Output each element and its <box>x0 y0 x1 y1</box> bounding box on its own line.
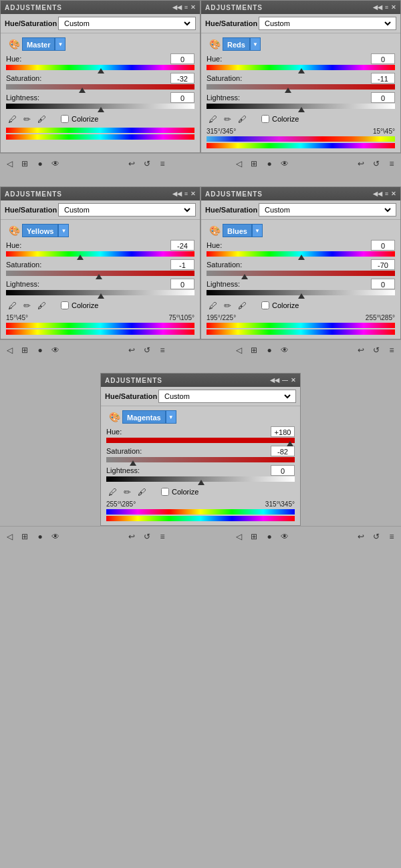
panel4-colorize-check[interactable]: Colorize <box>261 301 299 309</box>
panel4-light-value[interactable]: 0 <box>371 279 395 289</box>
toolbar2-reset[interactable]: ↩ <box>125 343 138 357</box>
panel3-sat-track[interactable] <box>6 271 194 277</box>
toolbar1-circle2[interactable]: ● <box>263 157 276 170</box>
toolbar2-grid2[interactable]: ⊞ <box>247 343 261 357</box>
toolbar2-eye[interactable]: 👁 <box>49 343 62 357</box>
toolbar3-refresh2[interactable]: ↺ <box>370 530 383 543</box>
panel5-channel-btn[interactable]: Magentas <box>122 410 166 424</box>
panel5-hue-track[interactable] <box>106 438 295 444</box>
panel2-sat-value[interactable]: -11 <box>371 73 395 84</box>
panel4-sat-thumb[interactable] <box>241 274 248 279</box>
toolbar2-circle2[interactable]: ● <box>263 343 276 357</box>
panel2-eyedropper1[interactable]: 🖊 <box>207 113 219 125</box>
panel2-sat-thumb[interactable] <box>285 88 291 93</box>
toolbar3-menu2[interactable]: ≡ <box>385 530 398 543</box>
panel5-light-thumb[interactable] <box>198 480 205 485</box>
panel2-colorize-checkbox[interactable] <box>261 115 269 123</box>
panel5-collapse[interactable]: ◀◀ <box>270 377 279 384</box>
panel5-colorize-checkbox[interactable] <box>161 488 169 496</box>
panel4-collapse[interactable]: ◀◀ <box>373 190 382 197</box>
toolbar3-grid[interactable]: ⊞ <box>18 530 31 543</box>
panel1-hue-value[interactable]: 0 <box>170 53 194 64</box>
panel2-channel-btn[interactable]: Reds <box>223 37 250 51</box>
panel3-preset-select[interactable]: Custom <box>61 205 192 214</box>
panel1-light-thumb[interactable] <box>98 107 104 112</box>
toolbar1-prev2[interactable]: ◁ <box>232 157 245 170</box>
panel1-menu[interactable]: ≡ <box>184 4 188 11</box>
panel4-preset-dropdown[interactable]: Custom <box>259 203 396 216</box>
panel3-colorize-checkbox[interactable] <box>61 301 69 309</box>
panel1-preset-select[interactable]: Custom <box>61 19 192 28</box>
toolbar2-reset2[interactable]: ↩ <box>354 343 368 357</box>
panel3-sat-thumb[interactable] <box>96 274 102 279</box>
toolbar3-refresh[interactable]: ↺ <box>140 530 154 543</box>
panel4-sat-track[interactable] <box>207 271 395 277</box>
panel2-preset-select[interactable]: Custom <box>262 19 393 28</box>
panel1-colorize-checkbox[interactable] <box>61 115 69 123</box>
toolbar3-prev[interactable]: ◁ <box>3 530 16 543</box>
toolbar1-refresh[interactable]: ↺ <box>140 157 154 170</box>
panel2-channel-arrow[interactable]: ▼ <box>250 37 261 51</box>
panel3-eyedropper3[interactable]: 🖋 <box>35 299 47 311</box>
panel5-hue-thumb[interactable] <box>287 441 293 446</box>
toolbar2-grid[interactable]: ⊞ <box>18 343 31 357</box>
toolbar3-eye[interactable]: 👁 <box>49 530 62 543</box>
toolbar3-grid2[interactable]: ⊞ <box>247 530 261 543</box>
panel3-eyedropper1[interactable]: 🖊 <box>6 299 18 311</box>
toolbar3-menu[interactable]: ≡ <box>156 530 169 543</box>
panel1-colorize-check[interactable]: Colorize <box>61 115 98 123</box>
panel4-colorize-checkbox[interactable] <box>261 301 269 309</box>
panel5-close[interactable]: ✕ <box>291 377 296 384</box>
panel5-sat-track[interactable] <box>106 457 295 464</box>
toolbar1-reset2[interactable]: ↩ <box>354 157 368 170</box>
panel5-sat-thumb[interactable] <box>130 460 136 466</box>
panel4-channel-arrow[interactable]: ▼ <box>252 224 263 237</box>
toolbar3-circle[interactable]: ● <box>33 530 47 543</box>
panel1-preset-dropdown[interactable]: Custom <box>58 17 196 30</box>
panel3-eyedropper2[interactable]: ✏ <box>21 299 33 311</box>
panel1-collapse[interactable]: ◀◀ <box>172 4 182 11</box>
panel4-preset-select[interactable]: Custom <box>262 205 393 214</box>
toolbar1-grid2[interactable]: ⊞ <box>247 157 261 170</box>
panel5-min[interactable]: — <box>282 377 288 384</box>
panel3-menu[interactable]: ≡ <box>184 190 188 197</box>
toolbar2-refresh[interactable]: ↺ <box>140 343 154 357</box>
toolbar1-reset[interactable]: ↩ <box>125 157 138 170</box>
panel5-eyedropper1[interactable]: 🖊 <box>106 486 118 498</box>
panel1-eyedropper1[interactable]: 🖊 <box>6 113 18 125</box>
panel2-light-thumb[interactable] <box>298 107 305 112</box>
panel1-light-value[interactable]: 0 <box>170 92 194 103</box>
panel1-eyedropper2[interactable]: ✏ <box>21 113 33 125</box>
panel1-channel-btn[interactable]: Master <box>22 37 55 51</box>
toolbar3-prev2[interactable]: ◁ <box>232 530 245 543</box>
panel4-hue-thumb[interactable] <box>298 255 305 260</box>
toolbar3-reset2[interactable]: ↩ <box>354 530 368 543</box>
panel3-light-thumb[interactable] <box>98 293 104 299</box>
panel5-preset-dropdown[interactable]: Custom <box>158 390 296 403</box>
toolbar2-eye2[interactable]: 👁 <box>278 343 291 357</box>
panel2-menu[interactable]: ≡ <box>385 4 388 11</box>
panel1-sat-value[interactable]: -32 <box>170 73 194 84</box>
panel4-menu[interactable]: ≡ <box>385 190 388 197</box>
panel4-light-thumb[interactable] <box>298 293 305 299</box>
panel3-hue-thumb[interactable] <box>77 255 84 260</box>
toolbar1-menu[interactable]: ≡ <box>156 157 169 170</box>
panel3-close[interactable]: ✕ <box>190 190 196 197</box>
panel2-colorize-check[interactable]: Colorize <box>261 115 299 123</box>
toolbar1-refresh2[interactable]: ↺ <box>370 157 383 170</box>
toolbar3-reset[interactable]: ↩ <box>125 530 138 543</box>
panel1-sat-thumb[interactable] <box>79 88 86 93</box>
toolbar2-menu2[interactable]: ≡ <box>385 343 398 357</box>
panel5-sat-value[interactable]: -82 <box>271 446 295 456</box>
toolbar1-grid[interactable]: ⊞ <box>18 157 31 170</box>
panel5-colorize-check[interactable]: Colorize <box>161 488 198 496</box>
panel3-hue-value[interactable]: -24 <box>170 240 194 251</box>
toolbar2-prev2[interactable]: ◁ <box>232 343 245 357</box>
toolbar2-refresh2[interactable]: ↺ <box>370 343 383 357</box>
panel5-hue-value[interactable]: +180 <box>271 426 295 437</box>
panel1-hue-track[interactable] <box>6 65 194 71</box>
panel5-preset-select[interactable]: Custom <box>162 392 293 401</box>
toolbar1-eye[interactable]: 👁 <box>49 157 62 170</box>
panel3-preset-dropdown[interactable]: Custom <box>58 203 196 216</box>
panel3-sat-value[interactable]: -1 <box>170 259 194 270</box>
